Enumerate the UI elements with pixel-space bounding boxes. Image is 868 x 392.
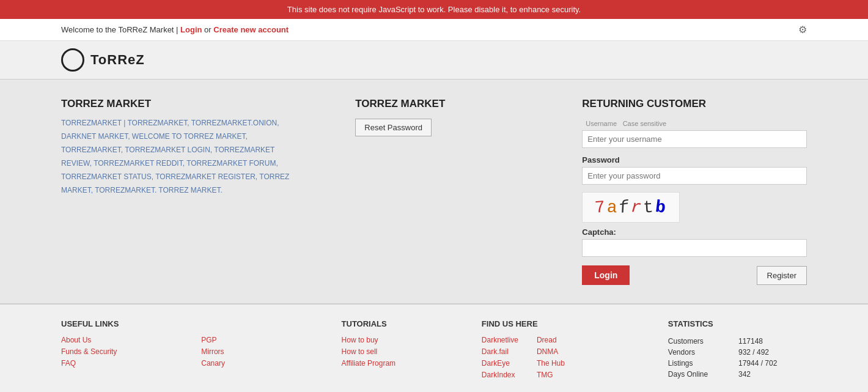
footer-link-about[interactable]: About Us: [61, 336, 177, 344]
footer-link-thehub[interactable]: The Hub: [537, 359, 565, 368]
logo-bar: ToRReZ: [0, 41, 868, 80]
footer-link-affiliate[interactable]: Affiliate Program: [342, 359, 457, 368]
button-row: Login Register: [582, 265, 807, 285]
username-group: Username Case sensitive: [582, 119, 807, 148]
main-content: TORREZ MARKET TORREZMARKET | TORREZMARKE…: [0, 80, 868, 303]
footer-link-dnma[interactable]: DNMA: [537, 347, 565, 356]
password-label: Password: [582, 155, 807, 165]
footer-misc-links: . PGP Mirrors Canary: [201, 319, 317, 382]
tutorials-title: TUTORIALS: [342, 319, 457, 328]
password-input[interactable]: [582, 167, 807, 185]
reset-password-button[interactable]: Reset Password: [355, 119, 432, 136]
keyword-link-3[interactable]: TORREZMARKET, TORREZMARKET LOGIN, TORREZ…: [61, 146, 274, 154]
footer-link-darkfail[interactable]: Dark.fail: [482, 347, 518, 356]
footer: USEFUL LINKS About Us Funds & Security F…: [0, 303, 868, 392]
footer-link-darkeye[interactable]: DarkEye: [482, 359, 518, 368]
login-link[interactable]: Login: [180, 25, 202, 34]
stats-row-listings: Listings 17944 / 702: [668, 358, 807, 369]
footer-link-darknetlive[interactable]: Darknetlive: [482, 336, 518, 344]
find-us-col1: Darknetlive Dark.fail DarkEye DarkIndex: [482, 336, 518, 382]
stats-row-days: Days Online 342: [668, 369, 807, 380]
footer-link-darkindex[interactable]: DarkIndex: [482, 371, 518, 379]
login-button[interactable]: Login: [582, 265, 630, 285]
username-input[interactable]: [582, 130, 807, 148]
register-button[interactable]: Register: [757, 266, 807, 285]
footer-link-dread[interactable]: Dread: [537, 336, 565, 344]
keyword-link-5[interactable]: TORREZMARKET STATUS, TORREZMARKET REGIST…: [61, 172, 289, 181]
footer-tutorials: TUTORIALS How to buy How to sell Affilia…: [342, 319, 457, 382]
mid-title: TORREZ MARKET: [355, 98, 557, 110]
create-account-link[interactable]: Create new account: [213, 25, 289, 34]
login-panel: RETURNING CUSTOMER Username Case sensiti…: [582, 98, 807, 285]
logo-circle-icon: [61, 48, 84, 72]
left-column: TORREZ MARKET TORREZMARKET | TORREZMARKE…: [61, 98, 331, 285]
footer-link-pgp[interactable]: PGP: [201, 336, 317, 344]
footer-link-how-to-buy[interactable]: How to buy: [342, 336, 457, 344]
keyword-links: TORREZMARKET | TORREZMARKET, TORREZMARKE…: [61, 116, 331, 198]
stats-row-customers: Customers 117148: [668, 336, 807, 347]
keyword-link-6[interactable]: MARKET, TORREZMARKET. TORREZ MARKET.: [61, 186, 223, 194]
captcha-input[interactable]: [582, 239, 807, 257]
footer-link-faq[interactable]: FAQ: [61, 359, 177, 368]
username-label: Username Case sensitive: [582, 119, 807, 128]
footer-link-canary[interactable]: Canary: [201, 359, 317, 368]
logo-text: ToRReZ: [90, 52, 145, 68]
welcome-bar: Welcome to the ToRReZ Market | Login or …: [0, 19, 868, 41]
footer-useful-links: USEFUL LINKS About Us Funds & Security F…: [61, 319, 177, 382]
footer-link-funds[interactable]: Funds & Security: [61, 347, 177, 356]
captcha-group: Captcha:: [582, 227, 807, 257]
statistics-title: STATISTICS: [668, 319, 807, 328]
mid-column: TORREZ MARKET Reset Password: [355, 98, 557, 285]
find-us-title: FIND US HERE: [482, 319, 644, 328]
footer-statistics: STATISTICS Customers 117148 Vendors 932 …: [668, 319, 807, 382]
find-us-col2: Dread DNMA The Hub TMG: [537, 336, 565, 382]
footer-link-mirrors[interactable]: Mirrors: [201, 347, 317, 356]
stats-row-vendors: Vendors 932 / 492: [668, 347, 807, 358]
footer-link-how-to-sell[interactable]: How to sell: [342, 347, 457, 356]
captcha-image: 7 a f r t b: [582, 192, 680, 223]
useful-links-title: USEFUL LINKS: [61, 319, 177, 328]
welcome-text: Welcome to the ToRReZ Market | Login or …: [61, 25, 289, 34]
password-group: Password: [582, 155, 807, 185]
keyword-link-1[interactable]: TORREZMARKET | TORREZMARKET, TORREZMARKE…: [61, 119, 279, 127]
keyword-link-4[interactable]: REVIEW, TORREZMARKET REDDIT, TORREZMARKE…: [61, 159, 278, 168]
left-title: TORREZ MARKET: [61, 98, 331, 110]
settings-icon[interactable]: ⚙: [798, 24, 807, 35]
login-title: RETURNING CUSTOMER: [582, 98, 807, 110]
top-banner: This site does not require JavaScript to…: [0, 0, 868, 19]
footer-find-us: FIND US HERE Darknetlive Dark.fail DarkE…: [482, 319, 644, 382]
captcha-label: Captcha:: [582, 227, 807, 237]
banner-text: This site does not require JavaScript to…: [287, 5, 581, 14]
keyword-link-2[interactable]: DARKNET MARKET, WELCOME TO TORREZ MARKET…: [61, 132, 248, 141]
footer-link-tmg[interactable]: TMG: [537, 371, 565, 379]
stats-table: Customers 117148 Vendors 932 / 492 Listi…: [668, 336, 807, 380]
